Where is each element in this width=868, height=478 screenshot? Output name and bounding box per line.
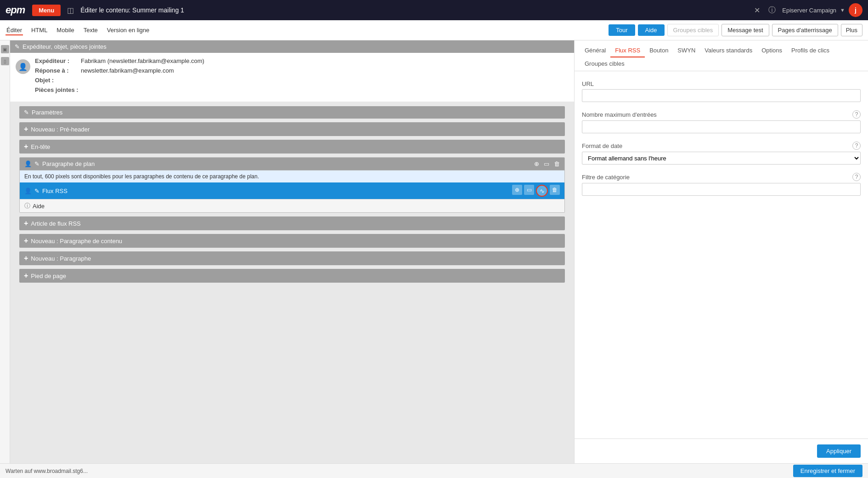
plan-header: 👤 ✎ Paragraphe de plan ⊕ ▭ 🗑 [20,158,564,170]
plus-icon: + [24,237,28,245]
question-icon: ⓘ [24,202,30,210]
parametres-label: Paramètres [32,109,62,116]
format-date-help-icon[interactable]: ? [852,142,861,150]
rss-label: Flux RSS [42,188,68,194]
filtre-categorie-help-icon[interactable]: ? [852,173,861,181]
pre-header-block[interactable]: + Nouveau : Pré-header [19,122,565,136]
article-rss-block[interactable]: + Article de flux RSS [19,216,565,230]
sidebar-monitor-icon[interactable]: ▣ [1,45,9,53]
tab-options[interactable]: Options [757,44,787,57]
plan-info: En tout, 600 pixels sont disponibles pou… [20,170,564,182]
rss-copy-button[interactable]: ▭ [524,185,534,195]
status-text: Warten auf www.broadmail.stg6... [6,468,88,474]
rss-delete-button[interactable]: 🗑 [550,185,560,195]
tab-valeurs-standards[interactable]: Valeurs standards [700,44,757,57]
nav-title: Éditer le contenu: Summer mailing 1 [80,6,748,14]
parametres-block[interactable]: ✎ Paramètres [19,106,565,119]
status-bar: Warten auf www.broadmail.stg6... Enregis… [0,463,868,478]
second-nav-links: Éditer HTML Mobile Texte Version en lign… [6,25,150,35]
main-layout: ▣ ▯ ✎ Expéditeur, objet, pièces jointes … [0,40,868,463]
copy-icon[interactable]: ▭ [544,160,549,167]
format-date-label: Format de date [582,142,622,149]
plus-button[interactable]: Plus [841,24,862,36]
filtre-categorie-label: Filtre de catégorie [582,174,630,181]
groupes-cibles-button[interactable]: Groupes cibles [667,24,719,36]
tab-general[interactable]: Général [580,44,610,57]
filtre-categorie-input[interactable] [582,183,861,196]
left-sidebar: ▣ ▯ [0,40,10,463]
tab-profils-clics[interactable]: Profils de clics [787,44,834,57]
help-button[interactable]: ⓘ [767,4,778,17]
paragraphe-contenu-block[interactable]: + Nouveau : Paragraphe de contenu [19,234,565,248]
paragraphe-label: Nouveau : Paragraphe [31,255,91,262]
pre-header-label: Nouveau : Pré-header [31,126,90,133]
max-entrees-label-row: Nombre maximum d'entrées ? [582,110,861,119]
expediteur-label: Expéditeur : [35,57,81,64]
format-date-field-group: Format de date ? Format allemand sans l'… [582,142,861,165]
plus-icon: + [24,125,28,133]
logo: epm [6,4,25,16]
nav-link-mobile[interactable]: Mobile [56,25,75,35]
right-footer: Appliquer [575,438,868,463]
objet-label: Objet : [35,77,81,84]
trash-icon[interactable]: 🗑 [554,160,560,167]
plus-icon: + [24,272,28,280]
aide-button[interactable]: Aide [638,24,665,36]
person-icon: 👤 [24,188,32,194]
chevron-down-icon[interactable]: ▼ [840,7,845,13]
sender-section: ✎ Expéditeur, objet, pièces jointes 👤 Ex… [10,40,574,102]
pied-de-page-label: Pied de page [31,273,66,279]
url-input[interactable] [582,89,861,102]
apply-button[interactable]: Appliquer [817,444,861,458]
plus-icon: + [24,254,28,262]
top-nav: epm Menu ◫ Éditer le contenu: Summer mai… [0,0,868,20]
en-tete-block[interactable]: + En-tête [19,140,565,154]
save-close-button[interactable]: Enregistrer et fermer [793,465,862,477]
sender-header-label: Expéditeur, objet, pièces jointes [23,43,107,50]
format-date-select[interactable]: Format allemand sans l'heure Format alle… [582,152,861,165]
plus-icon: + [24,219,28,228]
objet-row: Objet : [35,77,569,84]
pieces-jointes-row: Pièces jointes : [35,86,569,93]
sender-avatar: 👤 [16,59,30,74]
nav-link-version-enligne[interactable]: Version en ligne [106,25,151,35]
pages-atterrissage-button[interactable]: Pages d'atterrissage [772,24,838,36]
nav-link-html[interactable]: HTML [30,25,48,35]
paragraphe-block[interactable]: + Nouveau : Paragraphe [19,251,565,265]
menu-button[interactable]: Menu [32,5,61,16]
pencil-icon: ✎ [15,43,20,50]
tab-swyn[interactable]: SWYN [673,44,700,57]
max-entrees-help-icon[interactable]: ? [852,110,861,119]
tab-groupes-cibles[interactable]: Groupes cibles [580,57,629,71]
second-nav-buttons: Tour Aide Groupes cibles Message test Pa… [609,24,862,36]
tab-bouton[interactable]: Bouton [645,44,673,57]
sender-header: ✎ Expéditeur, objet, pièces jointes [10,40,574,53]
url-field-group: URL [582,80,861,102]
plan-label: Paragraphe de plan [42,160,95,167]
rss-row: 👤 ✎ Flux RSS ⊕ ▭ ∿ 🗑 [20,182,564,199]
user-avatar[interactable]: j [849,3,862,17]
nav-link-editer[interactable]: Éditer [6,25,23,35]
en-tete-label: En-tête [31,143,50,150]
tour-button[interactable]: Tour [609,24,635,36]
nav-link-texte[interactable]: Texte [83,25,99,35]
rss-feed-icon-circle[interactable]: ∿ [536,185,548,197]
close-button[interactable]: ✕ [752,4,762,17]
format-date-label-row: Format de date ? [582,142,861,150]
right-panel: Général Flux RSS Bouton SWYN Valeurs sta… [574,40,868,463]
add-icon[interactable]: ⊕ [534,160,539,167]
app-name: Episerver Campaign [782,7,836,14]
message-test-button[interactable]: Message test [721,24,769,36]
max-entrees-input[interactable] [582,120,861,133]
sidebar-phone-icon[interactable]: ▯ [1,57,9,65]
center-panel: ✎ Expéditeur, objet, pièces jointes 👤 Ex… [10,40,574,463]
tab-flux-rss[interactable]: Flux RSS [610,44,645,57]
rss-add-button[interactable]: ⊕ [512,185,522,195]
expediteur-value: Fabrikam (newsletter.fabrikam@example.co… [81,57,204,64]
pieces-jointes-label: Pièces jointes : [35,86,81,93]
pied-de-page-block[interactable]: + Pied de page [19,269,565,283]
page-icon-button[interactable]: ◫ [65,4,76,17]
reponse-row: Réponse à : newsletter.fabrikam@example.… [35,67,569,74]
paragraphe-contenu-label: Nouveau : Paragraphe de contenu [31,238,122,245]
article-rss-label: Article de flux RSS [31,220,80,227]
